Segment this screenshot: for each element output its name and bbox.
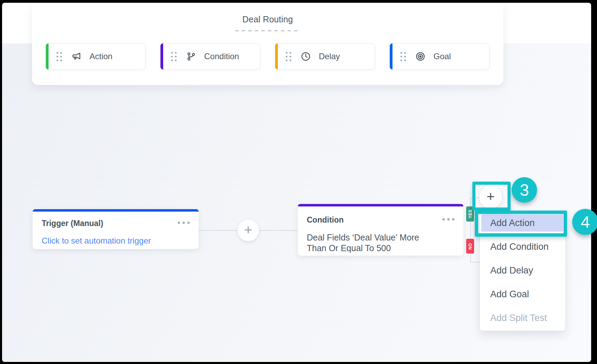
drag-handle-icon[interactable] bbox=[400, 52, 406, 61]
drag-handle-icon[interactable] bbox=[286, 52, 291, 61]
title-underline bbox=[235, 30, 301, 31]
palette-item-goal[interactable]: Goal bbox=[390, 43, 490, 69]
megaphone-icon bbox=[71, 51, 82, 62]
menu-item-add-condition[interactable]: Add Condition bbox=[481, 238, 563, 255]
annotation-step-number: 4 bbox=[581, 213, 590, 232]
page-title: Deal Routing bbox=[32, 14, 503, 24]
condition-description: Deal Fields ‘Deal Value’ More Than Or Eq… bbox=[307, 232, 419, 254]
plus-icon: + bbox=[244, 222, 252, 238]
annotation-circle-4: 4 bbox=[572, 209, 597, 235]
action-accent-bar bbox=[46, 43, 49, 69]
ellipsis-icon[interactable] bbox=[178, 222, 190, 224]
palette-item-delay[interactable]: Delay bbox=[275, 43, 375, 69]
trigger-accent-bar bbox=[33, 209, 199, 212]
delay-accent-bar bbox=[275, 43, 278, 69]
palette-item-label: Condition bbox=[204, 52, 239, 61]
palette-item-action[interactable]: Action bbox=[46, 43, 146, 69]
screenshot-frame: Deal Routing Action bbox=[0, 0, 597, 364]
palette-item-label: Goal bbox=[433, 52, 451, 61]
annotation-step-number: 3 bbox=[520, 181, 529, 200]
condition-accent-bar bbox=[298, 204, 463, 206]
menu-item-add-delay[interactable]: Add Delay bbox=[481, 262, 563, 279]
toolbox-panel: Deal Routing Action bbox=[32, 3, 503, 85]
drag-handle-icon[interactable] bbox=[171, 52, 177, 61]
clock-icon bbox=[300, 51, 311, 62]
condition-accent-bar bbox=[160, 43, 163, 69]
ellipsis-icon[interactable] bbox=[442, 218, 454, 221]
palette-item-label: Action bbox=[90, 52, 113, 61]
trigger-card-title: Trigger (Manual) bbox=[42, 219, 103, 228]
goal-accent-bar bbox=[390, 43, 392, 69]
menu-item-add-goal[interactable]: Add Goal bbox=[481, 286, 563, 303]
annotation-box-4 bbox=[475, 211, 567, 237]
drag-handle-icon[interactable] bbox=[56, 52, 62, 61]
trigger-card[interactable]: Trigger (Manual) Click to set automation… bbox=[33, 209, 199, 249]
branch-icon bbox=[186, 51, 197, 62]
branch-connector-no-stub bbox=[470, 262, 481, 263]
no-branch-badge: NO bbox=[466, 239, 474, 254]
node-palette: Action Condition bbox=[32, 43, 503, 69]
annotation-circle-3: 3 bbox=[512, 177, 537, 203]
target-icon bbox=[415, 51, 426, 62]
condition-card[interactable]: Condition Deal Fields ‘Deal Value’ More … bbox=[298, 204, 463, 256]
palette-item-label: Delay bbox=[319, 52, 340, 61]
annotation-box-3 bbox=[472, 182, 511, 211]
palette-item-condition[interactable]: Condition bbox=[160, 43, 260, 69]
menu-item-add-split-test: Add Split Test bbox=[481, 309, 563, 326]
set-trigger-link[interactable]: Click to set automation trigger bbox=[42, 236, 151, 246]
condition-card-title: Condition bbox=[307, 215, 344, 225]
insert-step-button[interactable]: + bbox=[238, 220, 259, 241]
